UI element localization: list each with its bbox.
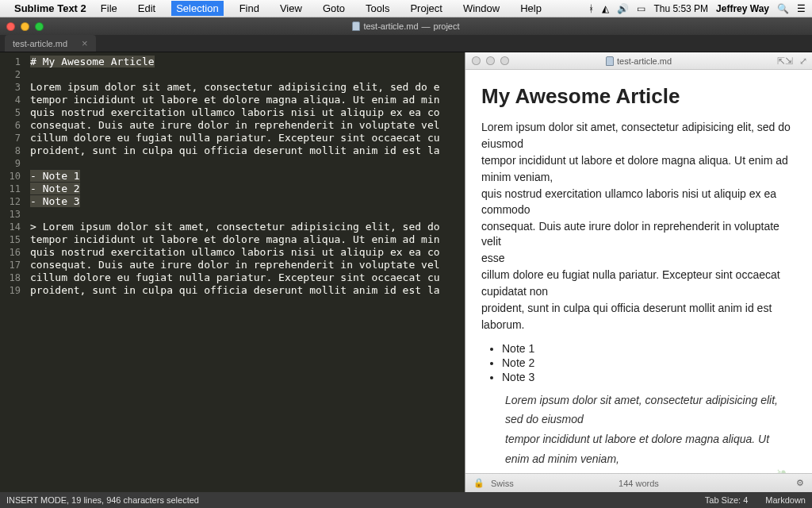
code-editor[interactable]: 12345678910111213141516171819 # My Aweso… <box>0 52 465 492</box>
wifi-icon[interactable]: ◭ <box>602 3 609 14</box>
status-syntax[interactable]: Markdown <box>765 495 806 505</box>
preview-footer: 🔒 Swiss 144 words ⚙ <box>465 473 812 492</box>
code-area[interactable]: # My Awesome ArticleLorem ipsum dolor si… <box>27 52 465 492</box>
preview-text: Lorem ipsum dolor sit amet, consectetur … <box>481 120 796 135</box>
tab-close-icon[interactable]: × <box>82 37 88 49</box>
code-line[interactable]: - Note 3 <box>30 195 465 208</box>
preview-heading: My Awesome Article <box>481 84 796 109</box>
code-line[interactable] <box>30 208 465 221</box>
code-line[interactable]: # My Awesome Article <box>30 56 465 68</box>
list-item: Note 3 <box>502 371 796 383</box>
clock[interactable]: Thu 5:53 PM <box>653 3 708 14</box>
bluetooth-icon[interactable]: ᚼ <box>588 3 594 14</box>
tab-bar: test-article.md × <box>0 35 812 52</box>
tab-test-article[interactable]: test-article.md × <box>5 35 96 52</box>
code-line[interactable] <box>30 68 465 81</box>
preview-text: minim veniam, <box>481 170 796 185</box>
preview-text: cupidatat non <box>481 284 796 299</box>
code-line[interactable] <box>30 157 465 170</box>
document-icon <box>606 56 614 66</box>
preview-text: cillum dolore eu fugiat nulla pariatur. … <box>481 267 796 283</box>
preview-zoom-icon[interactable] <box>500 56 509 65</box>
code-line[interactable]: cillum dolore eu fugiat nulla pariatur. … <box>30 271 465 284</box>
code-line[interactable]: - Note 1 <box>30 170 465 183</box>
window-title-doc: test-article.md <box>363 21 418 31</box>
preview-text: proident, sunt in culpa qui officia dese… <box>481 301 796 316</box>
code-line[interactable]: tempor incididunt ut labore et dolore ma… <box>30 94 465 106</box>
code-line[interactable]: proident, sunt in culpa qui officia dese… <box>30 144 465 157</box>
spotlight-icon[interactable]: 🔍 <box>777 3 789 14</box>
window-title-project: project <box>434 21 460 31</box>
status-tab-size[interactable]: Tab Size: 4 <box>705 495 748 505</box>
lock-icon[interactable]: 🔒 <box>473 478 485 488</box>
menu-view[interactable]: View <box>275 1 307 16</box>
code-line[interactable]: quis nostrud exercitation ullamco labori… <box>30 246 465 259</box>
window-title-sep: — <box>422 21 431 31</box>
volume-icon[interactable]: 🔊 <box>617 3 629 14</box>
code-line[interactable]: Lorem ipsum dolor sit amet, consectetur … <box>30 81 465 94</box>
menu-edit[interactable]: Edit <box>133 1 160 16</box>
code-line[interactable]: > Lorem ipsum dolor sit amet, consectetu… <box>30 221 465 233</box>
preview-fullscreen-icon[interactable]: ⤢ <box>799 56 807 67</box>
app-name[interactable]: Sublime Text 2 <box>14 2 86 14</box>
document-icon <box>352 21 360 31</box>
code-line[interactable]: consequat. Duis aute irure dolor in repr… <box>30 119 465 132</box>
preview-text: esse <box>481 251 796 266</box>
menu-window[interactable]: Window <box>458 1 504 16</box>
menu-find[interactable]: Find <box>235 1 264 16</box>
preview-titlebar: test-article.md ⇱⇲ ⤢ <box>465 52 812 70</box>
preview-title: test-article.md <box>617 56 672 66</box>
blockquote-text: Lorem ipsum dolor sit amet, consectetur … <box>505 393 796 408</box>
status-bar: INSERT MODE, 19 lines, 946 characters se… <box>0 492 812 508</box>
menu-selection[interactable]: Selection <box>171 1 223 16</box>
preview-text: quis nostrud exercitation ullamco labori… <box>481 187 796 202</box>
battery-icon[interactable]: ▭ <box>637 3 645 14</box>
list-item: Note 1 <box>502 342 796 355</box>
app-leaf-icon: ❧ <box>776 464 798 473</box>
tab-label: test-article.md <box>13 39 67 48</box>
menu-project[interactable]: Project <box>405 1 446 16</box>
word-count: 144 words <box>619 479 659 488</box>
preview-text: eiusmod <box>481 137 796 152</box>
blockquote-text: sed do eiusmod <box>505 412 796 427</box>
preview-expand-icon[interactable]: ⇱⇲ <box>777 56 793 67</box>
list-item: Note 2 <box>502 356 796 369</box>
zoom-window-icon[interactable] <box>35 22 44 31</box>
code-line[interactable]: tempor incididunt ut labore et dolore ma… <box>30 233 465 246</box>
menu-file[interactable]: File <box>96 1 122 16</box>
blockquote-text: enim ad minim veniam, <box>505 452 796 467</box>
preview-text: commodo <box>481 202 796 217</box>
preview-blockquote: Lorem ipsum dolor sit amet, consectetur … <box>505 393 796 473</box>
preview-panel: test-article.md ⇱⇲ ⤢ My Awesome Article … <box>465 52 812 492</box>
code-line[interactable]: cillum dolore eu fugiat nulla pariatur. … <box>30 132 465 144</box>
status-left: INSERT MODE, 19 lines, 946 characters se… <box>6 495 199 505</box>
menu-goto[interactable]: Goto <box>318 1 350 16</box>
preview-minimize-icon[interactable] <box>486 56 495 65</box>
line-number-gutter: 12345678910111213141516171819 <box>0 52 27 492</box>
settings-gear-icon[interactable]: ⚙ <box>796 478 804 488</box>
preview-text: laborum. <box>481 318 796 333</box>
code-line[interactable]: - Note 2 <box>30 183 465 195</box>
code-line[interactable]: quis nostrud exercitation ullamco labori… <box>30 106 465 119</box>
preview-notes-list: Note 1Note 2Note 3 <box>502 342 796 383</box>
window-titlebar: test-article.md — project <box>0 17 812 35</box>
preview-theme[interactable]: Swiss <box>491 479 514 488</box>
code-line[interactable]: consequat. Duis aute irure dolor in repr… <box>30 259 465 271</box>
minimize-window-icon[interactable] <box>21 22 29 31</box>
preview-text: tempor incididunt ut labore et dolore ma… <box>481 153 796 168</box>
notification-center-icon[interactable]: ☰ <box>797 3 806 14</box>
window-traffic-lights <box>6 22 44 31</box>
blockquote-text: tempor incididunt ut labore et dolore ma… <box>505 432 796 447</box>
code-line[interactable]: proident, sunt in culpa qui officia dese… <box>30 284 465 297</box>
preview-text: consequat. Duis aute irure dolor in repr… <box>481 219 796 249</box>
user-name[interactable]: Jeffrey Way <box>716 3 769 14</box>
mac-menubar: Sublime Text 2 FileEditSelectionFindView… <box>0 0 812 17</box>
preview-close-icon[interactable] <box>472 56 481 65</box>
menu-tools[interactable]: Tools <box>361 1 394 16</box>
preview-body[interactable]: My Awesome Article Lorem ipsum dolor sit… <box>465 70 812 473</box>
menu-help[interactable]: Help <box>515 1 546 16</box>
close-window-icon[interactable] <box>6 22 15 31</box>
